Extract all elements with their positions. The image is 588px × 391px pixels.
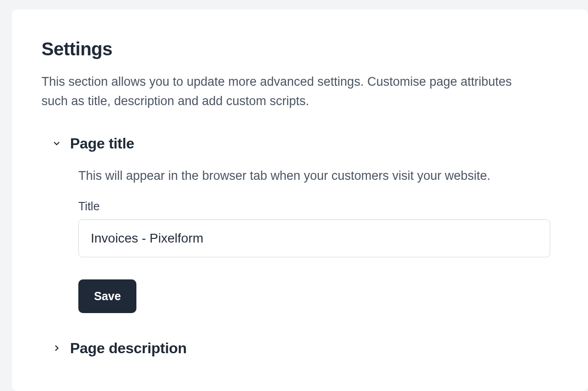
page-description-section: Page description xyxy=(52,340,559,357)
page-title-header: Page title xyxy=(70,135,134,152)
save-button[interactable]: Save xyxy=(78,279,136,313)
page-description-accordion-toggle[interactable]: Page description xyxy=(52,340,559,357)
page-title-section: Page title This will appear in the brows… xyxy=(52,135,559,313)
title-input[interactable] xyxy=(78,219,550,257)
chevron-down-icon xyxy=(52,138,62,148)
page-title-accordion-toggle[interactable]: Page title xyxy=(52,135,559,152)
title-field-label: Title xyxy=(78,200,559,213)
settings-card: Settings This section allows you to upda… xyxy=(12,9,588,391)
page-title-body: This will appear in the browser tab when… xyxy=(78,169,559,313)
chevron-right-icon xyxy=(52,343,62,353)
page-title-description: This will appear in the browser tab when… xyxy=(78,169,559,183)
page-intro: This section allows you to update more a… xyxy=(41,72,525,111)
page-description-header: Page description xyxy=(70,340,187,357)
page-heading: Settings xyxy=(41,39,559,59)
